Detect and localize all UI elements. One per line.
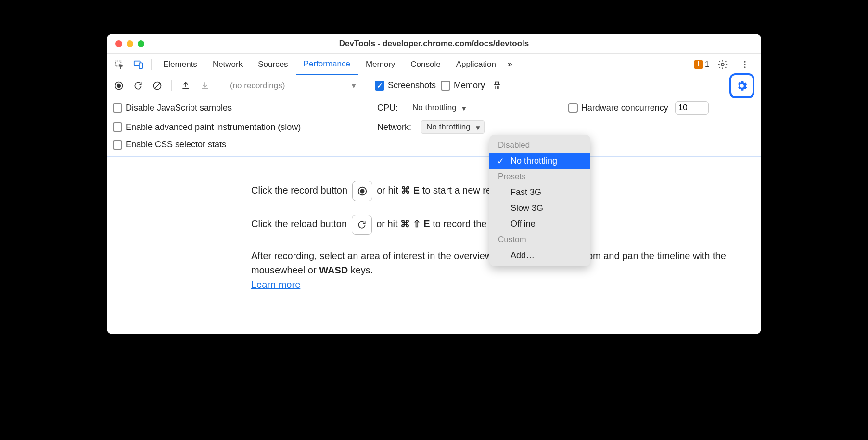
clear-button[interactable] (150, 78, 165, 93)
tabbar: Elements Network Sources Performance Mem… (107, 54, 761, 75)
checkbox-icon (375, 81, 384, 91)
checkbox-icon (441, 81, 450, 91)
enable-paint-checkbox[interactable]: Enable advanced paint instrumentation (s… (113, 120, 368, 134)
enable-paint-label: Enable advanced paint instrumentation (s… (126, 122, 301, 132)
menu-group-presets: Presets (489, 169, 590, 184)
enable-css-stats-checkbox[interactable]: Enable CSS selector stats (113, 140, 368, 150)
warning-icon (694, 60, 703, 69)
tab-application[interactable]: Application (448, 54, 504, 75)
divider (368, 80, 368, 91)
menu-option-slow-3g[interactable]: Slow 3G (489, 200, 590, 216)
capture-settings-panel: Disable JavaScript samples CPU: No throt… (107, 96, 761, 157)
download-button[interactable] (198, 78, 212, 93)
capture-settings-button[interactable] (729, 73, 754, 98)
device-toolbar-icon[interactable] (130, 56, 147, 73)
upload-button[interactable] (179, 78, 193, 93)
tab-sources[interactable]: Sources (250, 54, 295, 75)
learn-more-link[interactable]: Learn more (251, 279, 300, 290)
svg-point-13 (360, 189, 364, 193)
svg-point-6 (744, 66, 745, 68)
reload-icon (352, 215, 372, 235)
divider (219, 80, 219, 91)
titlebar: DevTools - developer.chrome.com/docs/dev… (107, 34, 761, 54)
main-tabs: Elements Network Sources Performance Mem… (155, 54, 516, 75)
checkbox-icon (113, 140, 122, 150)
disable-js-samples-label: Disable JavaScript samples (126, 103, 232, 113)
tab-elements[interactable]: Elements (155, 54, 205, 75)
header-right-icons: 1 (694, 56, 757, 73)
warnings-badge[interactable]: 1 (694, 60, 709, 69)
network-throttling-menu: Disabled No throttling Presets Fast 3G S… (489, 135, 590, 266)
cpu-label: CPU: (377, 103, 398, 113)
hardware-concurrency-checkbox[interactable]: Hardware concurrency (568, 103, 668, 113)
hardware-concurrency-input[interactable] (675, 101, 709, 115)
cpu-throttling-select[interactable]: No throttling (408, 102, 470, 114)
inspect-element-icon[interactable] (111, 56, 128, 73)
divider (171, 80, 172, 91)
performance-toolbar: (no recordings) ▼ Screenshots Memory (107, 75, 761, 96)
svg-point-8 (117, 83, 121, 87)
checkbox-icon (113, 122, 122, 132)
empty-state-help: Click the record button or hit ⌘ E to st… (107, 157, 761, 334)
warnings-count: 1 (705, 60, 709, 69)
menu-group-disabled: Disabled (489, 138, 590, 153)
screenshots-checkbox[interactable]: Screenshots (375, 80, 436, 91)
tab-memory[interactable]: Memory (358, 54, 403, 75)
chevron-down-icon: ▼ (350, 82, 357, 90)
checkbox-icon (568, 103, 578, 113)
recordings-label: (no recordings) (230, 81, 285, 91)
hardware-concurrency-label: Hardware concurrency (581, 103, 668, 113)
settings-gear-icon[interactable] (714, 56, 731, 73)
divider (151, 59, 152, 70)
menu-option-offline[interactable]: Offline (489, 216, 590, 232)
shortcut-record: ⌘ E (401, 185, 420, 195)
checkbox-icon (113, 103, 122, 113)
screenshots-label: Screenshots (388, 80, 436, 91)
svg-rect-2 (139, 63, 142, 68)
network-throttling-row: Network: No throttling (377, 120, 755, 134)
svg-point-5 (744, 64, 745, 65)
recordings-dropdown[interactable]: (no recordings) ▼ (226, 81, 361, 91)
svg-point-3 (721, 63, 724, 66)
disable-js-samples-checkbox[interactable]: Disable JavaScript samples (113, 101, 368, 115)
network-label: Network: (377, 122, 411, 132)
tab-performance[interactable]: Performance (296, 54, 358, 75)
network-throttling-select[interactable]: No throttling (421, 120, 485, 134)
menu-option-fast-3g[interactable]: Fast 3G (489, 184, 590, 200)
tab-network[interactable]: Network (205, 54, 250, 75)
cpu-throttling-row: CPU: No throttling Hardware concurrency (377, 101, 755, 115)
shortcut-reload: ⌘ ⇧ E (400, 219, 430, 229)
svg-line-10 (155, 83, 160, 88)
more-options-icon[interactable] (736, 56, 753, 73)
menu-option-no-throttling[interactable]: No throttling (489, 153, 590, 169)
record-button[interactable] (112, 78, 126, 93)
menu-option-add[interactable]: Add… (489, 247, 590, 263)
menu-group-custom: Custom (489, 232, 590, 247)
reload-button[interactable] (131, 78, 145, 93)
enable-css-stats-label: Enable CSS selector stats (126, 140, 226, 150)
window-title: DevTools - developer.chrome.com/docs/dev… (107, 39, 761, 49)
more-tabs-icon[interactable]: » (504, 59, 516, 69)
svg-point-4 (744, 61, 745, 62)
memory-checkbox[interactable]: Memory (441, 80, 485, 91)
garbage-collect-icon[interactable] (490, 78, 504, 93)
memory-label: Memory (454, 80, 485, 91)
devtools-window: DevTools - developer.chrome.com/docs/dev… (107, 34, 761, 334)
record-icon (352, 181, 372, 201)
tab-console[interactable]: Console (403, 54, 448, 75)
